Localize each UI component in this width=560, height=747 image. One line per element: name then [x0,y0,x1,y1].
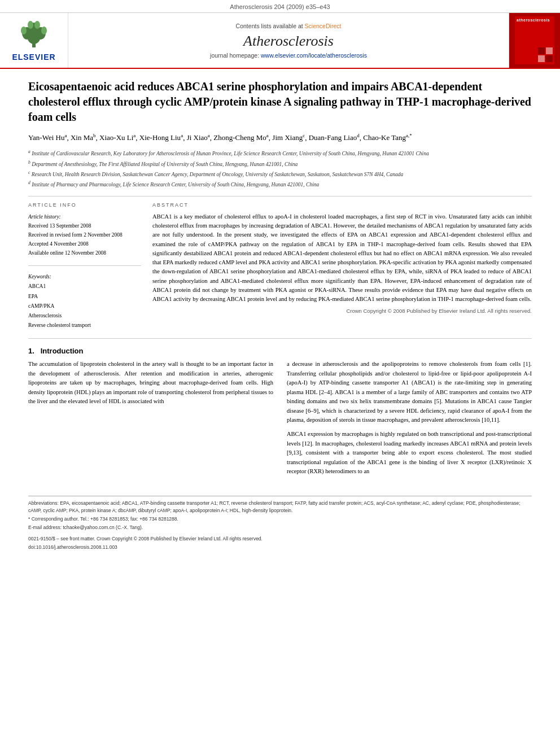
abstract-body: ABCA1 is a key mediator of cholesterol e… [152,212,532,316]
affiliation-b: b Department of Anesthesiology, The Firs… [28,159,532,168]
article-info-header: ARTICLE INFO [28,202,141,208]
footer-area: Abbreviations: EPA, eicosapentaenoic aci… [0,496,560,551]
aff-sup-c: c [28,170,30,175]
svg-point-5 [21,27,27,34]
author-sup-d: d [357,133,360,138]
author-sup-c: c [303,133,305,138]
keywords-list: ABCA1 EPA cAMP/PKA Atherosclerosis Rever… [28,282,141,330]
affiliation-d-text: Institute of Pharmacy and Pharmacology, … [32,182,319,188]
abbreviations-text: Abbreviations: EPA, eicosapentaenoic aci… [28,500,532,514]
journal-info-center: Contents lists available at ScienceDirec… [68,13,509,68]
aff-sup-a: a [28,149,30,154]
journal-cover-area: atherosclerosis [509,13,560,68]
section-divider [28,338,532,339]
contents-text: Contents lists available at [236,23,303,29]
homepage-label: journal homepage: [210,52,259,59]
footer-divider [28,496,532,496]
citation-text: Atherosclerosis 204 (2009) e35–e43 [230,3,330,10]
intro-section-title: 1. Introduction [28,347,532,355]
cover-block-2 [546,47,553,54]
cover-journal-name: atherosclerosis [515,16,554,22]
intro-number: 1. [28,347,34,355]
intro-left-text: The accumulation of lipoprotein choleste… [28,360,273,407]
intro-right-paragraph-2: ABCA1 expression by macrophages is highl… [287,430,532,477]
keyword-rct: Reverse cholesterol transport [28,321,141,330]
journal-header: ELSEVIER Contents lists available at Sci… [0,13,560,69]
abstract-header: ABSTRACT [152,202,532,208]
corresponding-text: * Corresponding author. Tel.: +86 734 82… [28,516,532,523]
article-history-label: Article history: [28,214,61,220]
aff-sup-b: b [28,160,30,165]
cover-block-1 [538,47,545,54]
accepted-date: Accepted 4 November 2008 [28,239,141,248]
keywords-section: Keywords: ABCA1 EPA cAMP/PKA Atheroscler… [28,274,141,330]
cover-block-4 [546,55,553,62]
affiliation-b-text: Department of Anesthesiology, The First … [32,161,298,167]
abstract-column: ABSTRACT ABCA1 is a key mediator of chol… [152,202,532,330]
received-date: Received 13 September 2008 [28,221,141,230]
keyword-abca1: ABCA1 [28,282,141,291]
top-citation-bar: Atherosclerosis 204 (2009) e35–e43 [0,0,560,13]
author-sup-a5: a [266,133,269,138]
author-sup-b: b [93,133,96,138]
author-sup-a2: a [133,133,135,138]
intro-body-columns: The accumulation of lipoprotein choleste… [28,360,532,481]
elsevier-tree-icon [17,19,51,50]
license-text: 0021-9150/$ – see front matter. Crown Co… [28,535,532,543]
affiliation-d: d Institute of Pharmacy and Pharmacology… [28,180,532,189]
journal-homepage-line: journal homepage: www.elsevier.com/locat… [210,52,367,59]
received-revised-date: Received in revised form 2 November 2008 [28,230,141,239]
intro-left-col: The accumulation of lipoprotein choleste… [28,360,273,481]
license-doi-block: 0021-9150/$ – see front matter. Crown Co… [28,535,532,551]
intro-right-paragraph-1: a decrease in atherosclerosis and the ap… [287,360,532,425]
keywords-title: Keywords: [28,274,141,279]
intro-right-text: a decrease in atherosclerosis and the ap… [287,360,532,477]
journal-cover-image: atherosclerosis [515,16,554,64]
journal-title: Atherosclerosis [243,33,334,50]
abstract-paragraph: ABCA1 is a key mediator of cholesterol e… [152,212,532,304]
keyword-atherosclerosis: Atherosclerosis [28,311,141,321]
aff-sup-d: d [28,180,30,185]
info-divider [28,265,141,266]
svg-point-7 [28,21,33,29]
author-sup-a: a [64,133,67,138]
affiliations-block: a Institute of Cardiovascular Research, … [28,148,532,189]
affiliation-a-text: Institute of Cardiovascular Research, Ke… [32,151,429,156]
authors-line: Yan-Wei Hua, Xin Mab, Xiao-Xu Lia, Xie-H… [28,132,532,144]
affiliation-c: c Research Unit, Health Research Divisio… [28,169,532,178]
cover-decorative-blocks [538,47,553,62]
keyword-epa: EPA [28,292,141,302]
intro-right-col: a decrease in atherosclerosis and the ap… [287,360,532,481]
page: Atherosclerosis 204 (2009) e35–e43 [0,0,560,747]
article-info-abstract-section: ARTICLE INFO Article history: Received 1… [28,196,532,330]
author-sup-a3: a [181,133,183,138]
paper-title: Eicosapentaenoic acid reduces ABCA1 seri… [28,79,532,125]
cover-block-3 [538,55,545,62]
author-sup-a-star: a,* [406,133,412,138]
sciencedirect-link[interactable]: ScienceDirect [305,23,342,29]
email-text: E-mail address: tchaoke@yahoo.com.cn (C.… [28,524,532,531]
affiliation-a: a Institute of Cardiovascular Research, … [28,148,532,158]
main-content: Eicosapentaenoic acid reduces ABCA1 seri… [0,69,560,487]
available-date: Available online 12 November 2008 [28,248,141,257]
svg-point-6 [41,27,47,34]
keyword-camppka: cAMP/PKA [28,302,141,311]
author-sup-a4: a [208,133,210,138]
article-info-column: ARTICLE INFO Article history: Received 1… [28,202,141,330]
elsevier-logo-area: ELSEVIER [0,13,68,68]
affiliation-c-text: Research Unit, Health Research Division,… [32,172,403,177]
doi-text: doi:10.1016/j.atherosclerosis.2008.11.00… [28,544,532,551]
footnote-block: Abbreviations: EPA, eicosapentaenoic aci… [28,500,532,532]
svg-point-8 [34,21,40,29]
intro-left-paragraph-1: The accumulation of lipoprotein choleste… [28,360,273,407]
copyright-line: Crown Copyright © 2008 Published by Else… [152,307,532,316]
history-label: Article history: [28,212,141,221]
intro-title: Introduction [41,347,84,355]
article-history-block: Article history: Received 13 September 2… [28,212,141,258]
journal-url[interactable]: www.elsevier.com/locate/atherosclerosis [261,52,367,59]
elsevier-wordmark: ELSEVIER [12,53,55,62]
elsevier-logo: ELSEVIER [12,19,55,62]
contents-available-line: Contents lists available at ScienceDirec… [236,23,342,29]
